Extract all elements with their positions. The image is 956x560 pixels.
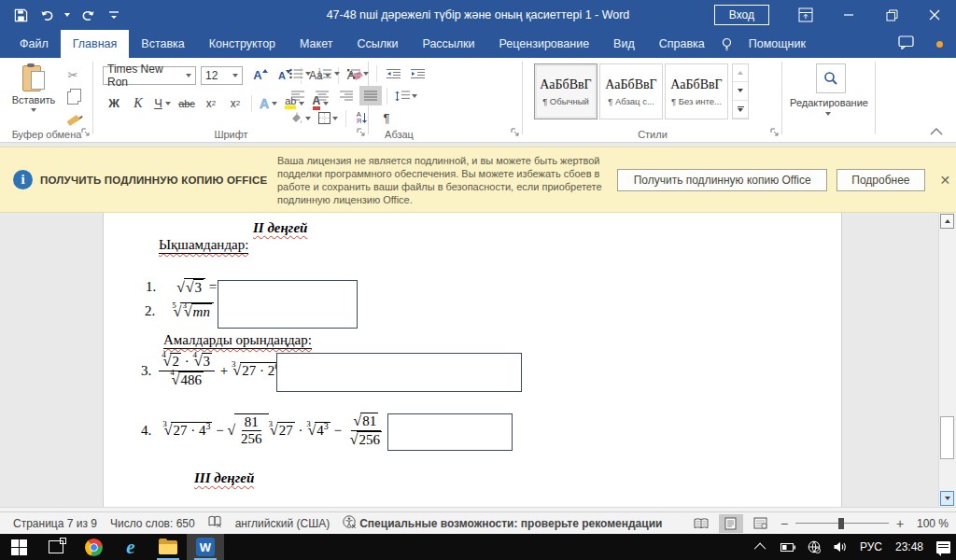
numbering-button[interactable]: 123 — [316, 63, 343, 83]
get-genuine-office-button[interactable]: Получить подлинную копию Office — [617, 169, 827, 191]
undo-dropdown-icon[interactable] — [62, 4, 73, 26]
save-icon[interactable] — [9, 4, 32, 26]
line-spacing-button[interactable] — [392, 86, 420, 105]
underline-button[interactable]: Ч — [151, 93, 174, 113]
comments-icon[interactable] — [898, 35, 914, 53]
decrease-indent-button[interactable] — [382, 63, 404, 83]
page-indicator[interactable]: Страница 7 из 9 — [13, 517, 97, 530]
sort-button[interactable]: АЯ — [351, 108, 373, 128]
sign-in-button[interactable]: Вход — [714, 5, 769, 25]
scroll-up-icon[interactable] — [940, 214, 954, 229]
align-right-button[interactable] — [335, 86, 358, 105]
accessibility-status[interactable]: Специальные возможности: проверьте реком… — [359, 517, 662, 530]
undo-icon[interactable] — [35, 4, 58, 26]
tab-file[interactable]: Файл — [7, 30, 61, 58]
document-page[interactable]: II деңгей Ықшамдандар: 1. √√3 = 2. 5√3√m… — [103, 213, 842, 507]
tab-layout[interactable]: Макет — [288, 30, 344, 58]
answer-box-4[interactable] — [387, 413, 513, 451]
tab-help[interactable]: Справка — [647, 30, 717, 58]
action-center-icon[interactable] — [930, 541, 956, 553]
editing-group-label[interactable]: Редактирование — [782, 97, 876, 108]
paste-button[interactable]: Вставить — [9, 63, 58, 125]
language-indicator[interactable]: английский (США) — [235, 517, 330, 530]
clock[interactable]: 23:48 — [889, 540, 930, 553]
copy-button[interactable] — [62, 88, 84, 107]
zoom-out-icon[interactable]: − — [779, 516, 790, 531]
align-left-button[interactable] — [287, 86, 309, 105]
learn-more-button[interactable]: Подробнее — [836, 169, 924, 191]
multilevel-list-button[interactable] — [344, 63, 372, 83]
grow-font-button[interactable]: A — [249, 65, 272, 85]
collapse-ribbon-icon[interactable] — [930, 127, 945, 136]
superscript-button[interactable]: x2 — [224, 93, 246, 113]
volume-icon[interactable] — [827, 541, 853, 553]
cut-button[interactable]: ✂ — [62, 65, 84, 85]
styles-dialog-launcher-icon[interactable] — [770, 128, 780, 139]
ribbon-display-options-icon[interactable] — [784, 0, 827, 30]
redo-icon[interactable] — [77, 4, 99, 26]
start-button[interactable] — [0, 534, 37, 560]
shading-button[interactable] — [287, 108, 314, 128]
scroll-down-icon[interactable] — [940, 491, 954, 506]
chrome-taskbar-button[interactable] — [75, 534, 112, 560]
minimize-button[interactable] — [827, 0, 870, 30]
font-name-combo[interactable]: Times New Ron — [103, 66, 196, 85]
tab-references[interactable]: Ссылки — [344, 30, 410, 58]
explorer-taskbar-button[interactable] — [149, 534, 187, 560]
increase-indent-button[interactable] — [406, 63, 429, 83]
tab-insert[interactable]: Вставка — [129, 30, 196, 58]
align-center-button[interactable] — [311, 86, 333, 105]
style-normal[interactable]: АаБбВвГ ¶ Обычный — [534, 63, 598, 119]
zoom-slider[interactable] — [795, 514, 889, 533]
scrollbar-thumb[interactable] — [940, 416, 954, 459]
zoom-level[interactable]: 100 % — [917, 517, 949, 530]
zoom-slider-thumb[interactable] — [838, 518, 844, 529]
format-painter-button[interactable] — [62, 110, 84, 130]
network-icon[interactable] — [801, 540, 827, 553]
justify-button[interactable] — [359, 86, 382, 105]
accessibility-icon[interactable] — [343, 515, 356, 531]
styles-gallery-scroll[interactable] — [732, 63, 749, 119]
banner-close-icon[interactable]: ✕ — [935, 173, 956, 188]
show-marks-button[interactable]: ¶ — [375, 108, 398, 128]
tab-assistant[interactable]: Помощник — [737, 30, 818, 58]
strikethrough-button[interactable]: abc — [176, 93, 198, 113]
font-size-combo[interactable]: 12 — [201, 66, 243, 85]
customize-quick-access-icon[interactable] — [103, 4, 125, 26]
subscript-button[interactable]: x2 — [200, 93, 222, 113]
zoom-in-icon[interactable]: + — [894, 516, 906, 531]
style-no-spacing[interactable]: АаБбВвГ ¶ Без инте... — [665, 63, 728, 119]
italic-button[interactable]: К — [127, 93, 149, 113]
battery-icon[interactable] — [775, 543, 801, 552]
paragraph-dialog-launcher-icon[interactable] — [511, 128, 520, 139]
tab-home[interactable]: Главная — [61, 30, 130, 58]
proofing-icon[interactable] — [208, 515, 222, 531]
style-paragraph-list[interactable]: АаБбВвГ ¶ Абзац с... — [599, 63, 663, 119]
tab-review[interactable]: Рецензирование — [487, 30, 602, 58]
task-view-button[interactable] — [37, 534, 75, 560]
answer-box-1[interactable] — [218, 280, 358, 329]
restore-button[interactable] — [870, 0, 913, 30]
styles-scroll-down-icon[interactable] — [733, 82, 748, 100]
bullets-button[interactable] — [287, 63, 314, 83]
styles-scroll-up-icon[interactable] — [733, 64, 748, 82]
word-taskbar-button[interactable]: W — [187, 534, 224, 560]
tab-mailings[interactable]: Рассылки — [410, 30, 486, 58]
close-button[interactable] — [913, 0, 956, 30]
clipboard-dialog-launcher-icon[interactable] — [81, 128, 91, 139]
web-layout-icon[interactable] — [749, 514, 773, 533]
bold-button[interactable]: Ж — [103, 93, 125, 113]
show-hidden-icons[interactable] — [749, 543, 775, 552]
input-language[interactable]: РУС — [853, 540, 889, 553]
answer-box-3[interactable] — [276, 353, 522, 392]
print-layout-icon[interactable] — [719, 514, 743, 533]
read-mode-icon[interactable] — [689, 514, 713, 533]
word-count[interactable]: Число слов: 650 — [110, 517, 195, 530]
tab-view[interactable]: Вид — [601, 30, 647, 58]
find-button[interactable] — [816, 63, 846, 93]
vertical-scrollbar[interactable] — [938, 213, 956, 507]
ie-taskbar-button[interactable]: e — [112, 534, 149, 560]
styles-gallery-more-icon[interactable] — [733, 101, 748, 119]
borders-button[interactable] — [316, 108, 341, 128]
tab-design[interactable]: Конструктор — [197, 30, 288, 58]
